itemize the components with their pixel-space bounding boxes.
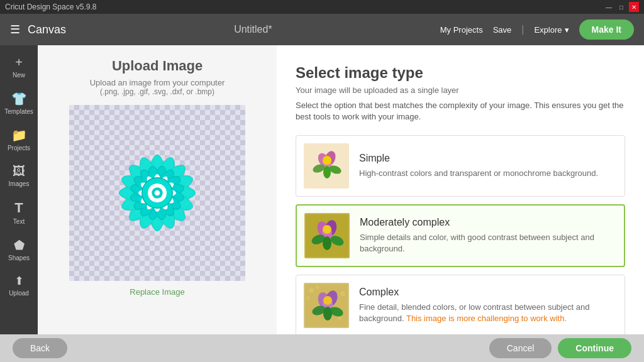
complex-card-desc: Fine detail, blended colors, or low cont… bbox=[359, 302, 617, 324]
document-title: Untitled* bbox=[66, 24, 440, 35]
close-button[interactable]: ✕ bbox=[629, 2, 639, 12]
back-button[interactable]: Back bbox=[13, 338, 67, 358]
image-type-moderately-complex[interactable]: Moderately complex Simple details and co… bbox=[296, 204, 625, 267]
complex-thumbnail-svg bbox=[305, 284, 348, 327]
svg-point-69 bbox=[338, 317, 341, 321]
simple-card-desc: High-contrast colors and transparent or … bbox=[359, 168, 617, 179]
projects-icon: 📁 bbox=[11, 128, 27, 143]
minimize-button[interactable]: — bbox=[604, 2, 614, 12]
bottom-right-actions: Cancel Continue bbox=[489, 338, 631, 358]
sidebar-item-new[interactable]: + New bbox=[0, 50, 38, 84]
make-it-button[interactable]: Make It bbox=[579, 19, 634, 40]
uploaded-image-preview bbox=[69, 105, 245, 281]
canvas-label: Canvas bbox=[28, 23, 66, 36]
complex-card-info: Complex Fine detail, blended colors, or … bbox=[359, 287, 617, 324]
sidebar-item-upload[interactable]: ⬆ Upload bbox=[0, 269, 38, 302]
svg-point-55 bbox=[323, 166, 331, 178]
continue-button[interactable]: Continue bbox=[558, 338, 631, 358]
svg-point-67 bbox=[306, 296, 310, 300]
new-icon: + bbox=[15, 55, 23, 70]
complex-highlight-text: This image is more challenging to work w… bbox=[406, 314, 567, 323]
upload-icon: ⬆ bbox=[14, 274, 24, 288]
sidebar-item-templates[interactable]: 👕 Templates bbox=[0, 86, 38, 120]
text-icon: T bbox=[14, 200, 23, 216]
svg-point-63 bbox=[323, 236, 331, 250]
my-projects-link[interactable]: My Projects bbox=[440, 25, 483, 35]
svg-point-65 bbox=[309, 288, 314, 293]
select-panel-subtitle: Your image will be uploaded as a single … bbox=[296, 85, 625, 95]
header-right-section: My Projects Save | Explore ▾ Make It bbox=[440, 19, 634, 40]
svg-point-60 bbox=[323, 225, 331, 234]
svg-point-66 bbox=[316, 285, 319, 289]
explore-button[interactable]: Explore ▾ bbox=[534, 25, 569, 35]
moderate-card-info: Moderately complex Simple details and co… bbox=[360, 217, 616, 255]
sidebar-label-templates: Templates bbox=[4, 108, 33, 115]
moderate-image-thumbnail bbox=[304, 213, 350, 258]
complex-card-title: Complex bbox=[359, 287, 617, 298]
maximize-button[interactable]: □ bbox=[616, 2, 626, 12]
select-image-type-panel: Select image type Your image will be upl… bbox=[277, 45, 644, 334]
content-area: Upload Image Upload an image from your c… bbox=[38, 45, 644, 334]
sidebar-label-images: Images bbox=[9, 180, 30, 187]
upload-panel: Upload Image Upload an image from your c… bbox=[38, 45, 277, 334]
mandala-image bbox=[75, 111, 239, 275]
simple-thumbnail-svg bbox=[305, 145, 348, 187]
sidebar-item-text[interactable]: T Text bbox=[0, 195, 38, 230]
app-title: Cricut Design Space v5.9.8 bbox=[5, 3, 96, 11]
complex-image-thumbnail bbox=[304, 283, 349, 328]
upload-subtitle: Upload an image from your computer bbox=[90, 78, 225, 87]
select-panel-description: Select the option that best matches the … bbox=[296, 100, 625, 123]
bottom-bar: Back Cancel Continue bbox=[0, 334, 644, 362]
svg-point-76 bbox=[323, 307, 332, 321]
simple-card-title: Simple bbox=[359, 153, 617, 164]
svg-point-47 bbox=[155, 190, 160, 196]
main-content: + New 👕 Templates 📁 Projects 🖼 Images T … bbox=[0, 45, 644, 334]
sidebar-label-new: New bbox=[13, 72, 25, 79]
templates-icon: 👕 bbox=[11, 91, 27, 106]
save-button[interactable]: Save bbox=[493, 25, 512, 35]
svg-point-68 bbox=[340, 291, 345, 296]
chevron-down-icon: ▾ bbox=[565, 25, 569, 35]
cancel-button[interactable]: Cancel bbox=[489, 338, 552, 358]
window-controls: — □ ✕ bbox=[604, 2, 639, 12]
replace-image-link[interactable]: Replace Image bbox=[130, 287, 184, 297]
moderate-thumbnail-svg bbox=[306, 214, 348, 257]
sidebar-label-text: Text bbox=[13, 218, 25, 225]
title-bar: Cricut Design Space v5.9.8 — □ ✕ bbox=[0, 0, 644, 14]
upload-formats: (.png, .jpg, .gif, .svg, .dxf, or .bmp) bbox=[100, 87, 214, 96]
moderate-card-desc: Simple details and color, with good cont… bbox=[360, 232, 616, 255]
svg-point-52 bbox=[323, 156, 331, 165]
sidebar: + New 👕 Templates 📁 Projects 🖼 Images T … bbox=[0, 45, 38, 334]
sidebar-label-projects: Projects bbox=[8, 145, 30, 151]
sidebar-label-shapes: Shapes bbox=[8, 255, 30, 261]
sidebar-item-shapes[interactable]: ⬟ Shapes bbox=[0, 233, 38, 266]
image-type-complex[interactable]: Complex Fine detail, blended colors, or … bbox=[296, 275, 625, 334]
image-type-simple[interactable]: Simple High-contrast colors and transpar… bbox=[296, 135, 625, 197]
sidebar-label-upload: Upload bbox=[9, 290, 29, 297]
sidebar-item-projects[interactable]: 📁 Projects bbox=[0, 123, 38, 156]
upload-title: Upload Image bbox=[112, 58, 203, 74]
moderate-card-title: Moderately complex bbox=[360, 217, 616, 228]
sidebar-item-images[interactable]: 🖼 Images bbox=[0, 159, 38, 192]
separator: | bbox=[521, 24, 524, 35]
shapes-icon: ⬟ bbox=[14, 238, 25, 253]
simple-image-thumbnail bbox=[304, 143, 349, 189]
svg-point-73 bbox=[323, 296, 332, 305]
images-icon: 🖼 bbox=[13, 164, 25, 178]
hamburger-menu-icon[interactable]: ☰ bbox=[10, 23, 20, 36]
simple-card-info: Simple High-contrast colors and transpar… bbox=[359, 153, 617, 179]
header: ☰ Canvas Untitled* My Projects Save | Ex… bbox=[0, 14, 644, 45]
select-panel-title: Select image type bbox=[296, 64, 625, 82]
